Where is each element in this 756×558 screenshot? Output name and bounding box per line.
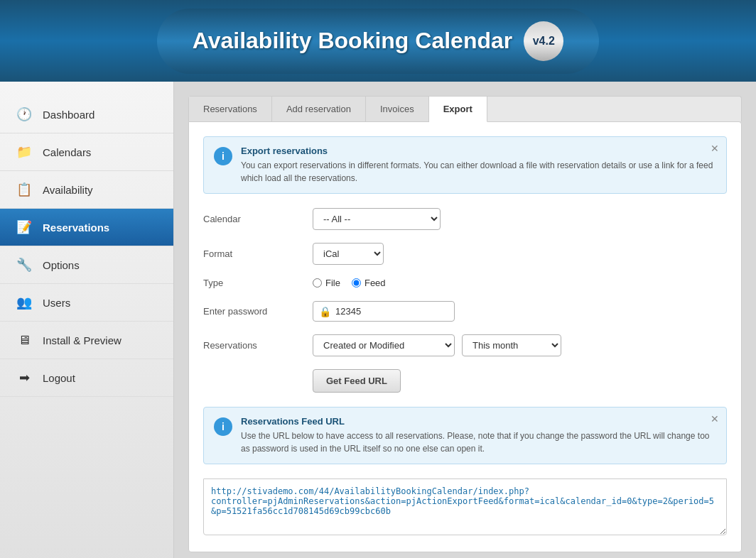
- main-panel: i Export reservations You can export res…: [188, 121, 742, 552]
- calendar-label: Calendar: [203, 214, 303, 224]
- sidebar-label-options: Options: [43, 259, 80, 271]
- install-preview-icon: 🖥: [14, 330, 34, 350]
- password-row: Enter password 🔒: [203, 301, 727, 322]
- feed-url-box: i Reservations Feed URL Use the URL belo…: [203, 407, 727, 537]
- tab-reservations[interactable]: Reservations: [189, 97, 272, 121]
- calendar-select[interactable]: -- All -- Calendar 1 Calendar 2: [313, 208, 441, 230]
- dashboard-icon: 🕐: [14, 104, 34, 124]
- password-wrapper: 🔒: [313, 301, 455, 322]
- sidebar-label-availability: Availability: [43, 184, 93, 196]
- tab-invoices[interactable]: Invoices: [366, 97, 429, 121]
- format-select[interactable]: iCal CSV JSON: [313, 243, 384, 265]
- lock-icon: 🔒: [319, 306, 331, 317]
- sidebar-item-logout[interactable]: ➡ Logout: [0, 359, 173, 397]
- tab-bar: ReservationsAdd reservationInvoicesExpor…: [188, 96, 742, 121]
- feed-url-info-box: i Reservations Feed URL Use the URL belo…: [203, 407, 727, 464]
- get-feed-url-button[interactable]: Get Feed URL: [313, 369, 401, 393]
- content-area: ReservationsAdd reservationInvoicesExpor…: [174, 82, 756, 558]
- sidebar-item-reservations[interactable]: 📝 Reservations: [0, 209, 173, 246]
- tab-export[interactable]: Export: [429, 97, 487, 122]
- sidebar-label-install-preview: Install & Preview: [43, 334, 122, 346]
- type-file-label[interactable]: File: [313, 278, 340, 288]
- sidebar-item-users[interactable]: 👥 Users: [0, 284, 173, 322]
- feed-info-title: Reservations Feed URL: [241, 416, 716, 427]
- feed-info-content: Reservations Feed URL Use the URL below …: [241, 416, 716, 455]
- app-title: Availability Booking Calendar: [193, 28, 512, 54]
- reservations-filter-row: Reservations Created or Modified Created…: [203, 334, 727, 356]
- users-icon: 👥: [14, 292, 34, 312]
- sidebar-item-availability[interactable]: 📋 Availability: [0, 171, 173, 209]
- type-row: Type File Feed: [203, 278, 727, 288]
- sidebar-label-users: Users: [43, 297, 70, 309]
- password-input[interactable]: [335, 302, 435, 321]
- info-title: Export reservations: [241, 146, 716, 156]
- reservations-filter-label: Reservations: [203, 340, 303, 351]
- calendars-icon: 📁: [14, 142, 34, 162]
- sidebar-label-reservations: Reservations: [43, 221, 109, 234]
- reservations-icon: 📝: [14, 217, 34, 237]
- type-file-radio[interactable]: [313, 278, 322, 288]
- feed-info-text: Use the URL below to have access to all …: [241, 430, 716, 455]
- type-feed-label[interactable]: Feed: [352, 278, 386, 288]
- main-layout: 🕐 Dashboard 📁 Calendars 📋 Availability 📝…: [0, 82, 756, 558]
- sidebar-item-install-preview[interactable]: 🖥 Install & Preview: [0, 322, 173, 359]
- close-info-button[interactable]: ✕: [711, 143, 719, 154]
- type-feed-text: Feed: [364, 278, 386, 288]
- format-label: Format: [203, 248, 303, 259]
- sidebar-item-options[interactable]: 🔧 Options: [0, 246, 173, 284]
- type-label: Type: [203, 278, 303, 288]
- reservations-type-select[interactable]: Created or Modified Created only All: [313, 334, 455, 356]
- calendar-row: Calendar -- All -- Calendar 1 Calendar 2: [203, 208, 727, 230]
- info-content: Export reservations You can export reser…: [241, 146, 716, 185]
- format-row: Format iCal CSV JSON: [203, 243, 727, 265]
- sidebar-item-calendars[interactable]: 📁 Calendars: [0, 133, 173, 171]
- reservations-controls: Created or Modified Created only All Thi…: [313, 334, 561, 356]
- logout-icon: ➡: [14, 368, 34, 388]
- feed-info-icon: i: [214, 417, 232, 436]
- info-text: You can export reservations in different…: [241, 159, 716, 185]
- version-badge: v4.2: [524, 21, 563, 61]
- export-info-box: i Export reservations You can export res…: [203, 136, 727, 194]
- sidebar-label-dashboard: Dashboard: [43, 109, 94, 121]
- app-header: Availability Booking Calendar v4.2: [0, 0, 756, 82]
- options-icon: 🔧: [14, 255, 34, 275]
- tab-add-reservation[interactable]: Add reservation: [272, 97, 366, 121]
- reservations-period-select[interactable]: This month Last month This year All time: [462, 334, 561, 356]
- close-feed-info-button[interactable]: ✕: [711, 413, 719, 425]
- info-icon: i: [214, 147, 232, 165]
- password-label: Enter password: [203, 306, 303, 317]
- get-feed-url-row: Get Feed URL: [203, 369, 727, 393]
- sidebar-label-calendars: Calendars: [43, 146, 91, 158]
- availability-icon: 📋: [14, 180, 34, 199]
- sidebar: 🕐 Dashboard 📁 Calendars 📋 Availability 📝…: [0, 82, 174, 558]
- type-feed-radio[interactable]: [352, 278, 361, 288]
- sidebar-item-dashboard[interactable]: 🕐 Dashboard: [0, 96, 173, 133]
- type-radio-group: File Feed: [313, 278, 386, 288]
- type-file-text: File: [325, 278, 340, 288]
- sidebar-label-logout: Logout: [43, 372, 75, 384]
- feed-url-textarea[interactable]: [203, 478, 727, 535]
